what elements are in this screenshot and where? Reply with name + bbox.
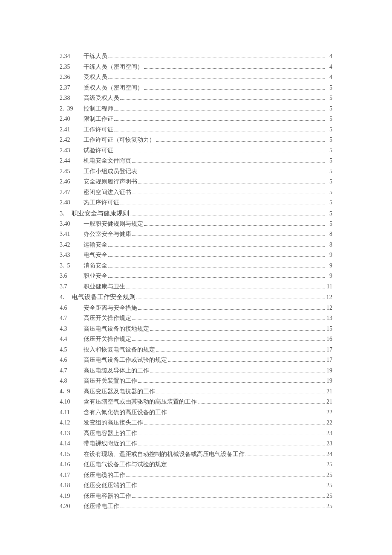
toc-page: 17 (326, 345, 332, 355)
toc-leader (132, 235, 325, 236)
toc-entry: 2.40限制工作证5 (60, 114, 332, 125)
toc-leader (168, 361, 325, 362)
toc-leader (150, 372, 325, 372)
toc-entry: 4.8高压开关装置的工作19 (60, 376, 332, 386)
toc-entry: 4.电气设备工作安全规则12 (60, 292, 332, 302)
toc-page: 11 (326, 282, 332, 292)
toc-number: 4.4 (60, 334, 84, 345)
toc-title: 密闭空间进入证书 (84, 187, 131, 198)
toc-entry: 4.12发变组的高压接头工作22 (60, 418, 332, 428)
toc-entry: 4.14带电裸线附近的工作23 (60, 439, 332, 449)
toc-page: 9 (326, 271, 332, 282)
toc-title: 高压电容器上的工作 (84, 428, 137, 439)
toc-number: 2.40 (60, 114, 84, 125)
toc-page: 5 (326, 83, 332, 93)
toc-page: 8 (326, 240, 332, 250)
toc-entry: 3. 5消防安全9 (60, 261, 332, 271)
toc-leader (120, 508, 325, 508)
toc-leader (144, 68, 325, 69)
toc-title: 含有六氟化硫的高压设备的工作 (84, 407, 167, 418)
toc-leader (108, 78, 325, 79)
toc-title: 低压电缆的工作 (84, 470, 125, 481)
toc-number: 3.43 (60, 250, 84, 261)
toc-entry: 3.41办公室安全与健康8 (60, 229, 332, 240)
toc-entry: 4.17低压电缆的工作25 (60, 470, 332, 481)
toc-title: 干练人员 (84, 51, 107, 62)
toc-title: 电气安全 (84, 250, 107, 261)
toc-leader (245, 456, 325, 456)
toc-leader (144, 89, 325, 90)
toc-entry: 4.4低压开关操作规定16 (60, 334, 332, 345)
toc-leader (108, 256, 325, 257)
toc-page: 15 (326, 324, 332, 334)
toc-entry: 4.20低压带电工作25 (60, 501, 332, 512)
toc-entry: 4. 9高压变压器及电抗器的工作21 (60, 386, 332, 397)
toc-title: 安全规则履行声明书 (84, 177, 137, 187)
toc-leader (138, 309, 325, 310)
toc-entry: 2.34干练人员4 (60, 51, 332, 62)
toc-title: 低压带电工作 (84, 501, 119, 512)
toc-page: 25 (326, 491, 332, 502)
toc-entry: 3.43电气安全9 (60, 250, 332, 261)
toc-title: 机电安全文件附页 (84, 156, 131, 166)
toc-entry: 2.36受权人员4 (60, 72, 332, 83)
toc-page: 21 (326, 386, 332, 397)
toc-page: 5 (326, 198, 332, 208)
toc-page: 25 (326, 501, 332, 512)
toc-entry: 4.6安全距离与安全措施12 (60, 303, 332, 314)
toc-leader (138, 183, 325, 183)
toc-title: 消防安全 (84, 261, 107, 271)
toc-number: 3.40 (60, 219, 84, 230)
toc-page: 5 (326, 104, 332, 114)
toc-entry: 2.38高级受权人员5 (60, 93, 332, 104)
toc-number: 2.43 (60, 145, 84, 156)
toc-title: 高压电气设备的接地规定 (84, 324, 149, 334)
toc-number: 4.15 (60, 449, 84, 460)
toc-title: 试验许可证 (84, 145, 113, 156)
toc-number: 2.37 (60, 83, 84, 93)
toc-leader (156, 393, 325, 393)
toc-title: 在设有现场、遥距或自动控制的机械设备或高压电气设备工作 (84, 449, 245, 460)
toc-entry: 3.职业安全与健康规则5 (60, 208, 332, 219)
toc-leader (138, 173, 325, 173)
toc-title: 工作许可证（可恢复动力） (84, 135, 155, 145)
toc-leader (108, 277, 325, 278)
toc-entry: 2. 39控制工程师5 (60, 104, 332, 114)
toc-title: 干练人员（密闭空间） (84, 62, 143, 73)
toc-leader (132, 497, 325, 498)
toc-number: 4.10 (60, 397, 84, 407)
toc-leader (138, 435, 325, 435)
toc-number: 4.6 (60, 303, 84, 314)
toc-leader (150, 330, 325, 331)
toc-title: 带电裸线附近的工作 (84, 439, 137, 449)
toc-number: 4.16 (60, 459, 84, 470)
toc-title: 职业安全 (84, 271, 107, 282)
toc-number: 3.41 (60, 229, 84, 240)
toc-entry: 3.42运输安全8 (60, 240, 332, 250)
toc-number: 3. (60, 208, 72, 219)
toc-page: 12 (326, 303, 332, 314)
toc-page: 5 (326, 145, 332, 156)
toc-title: 低压开关操作规定 (84, 334, 131, 345)
toc-number: 4.5 (60, 345, 84, 355)
toc-number: 2.35 (60, 62, 84, 73)
toc-page: 13 (326, 313, 332, 324)
toc-page: 23 (326, 439, 332, 449)
toc-entry: 4.7高压开关操作规定13 (60, 313, 332, 324)
toc-number: 2.45 (60, 166, 84, 177)
toc-entry: 2.45工作小组成员登记表5 (60, 166, 332, 177)
toc-leader (156, 141, 325, 142)
toc-entry: 4.13高压电容器上的工作23 (60, 428, 332, 439)
toc-title: 职业健康与卫生 (84, 282, 125, 292)
toc-title: 高压电气设备工作或试验的规定 (84, 355, 167, 366)
toc-number: 4.13 (60, 428, 84, 439)
toc-entry: 4.3高压电气设备的接地规定15 (60, 324, 332, 334)
toc-leader (120, 204, 325, 204)
toc-page: 23 (326, 428, 332, 439)
toc-page: 25 (326, 470, 332, 481)
toc-page: 5 (326, 187, 332, 198)
toc-leader (168, 466, 325, 466)
toc-number: 2.48 (60, 198, 84, 208)
toc-entry: 2.41工作许可证5 (60, 125, 332, 135)
toc-page: 25 (326, 459, 332, 470)
